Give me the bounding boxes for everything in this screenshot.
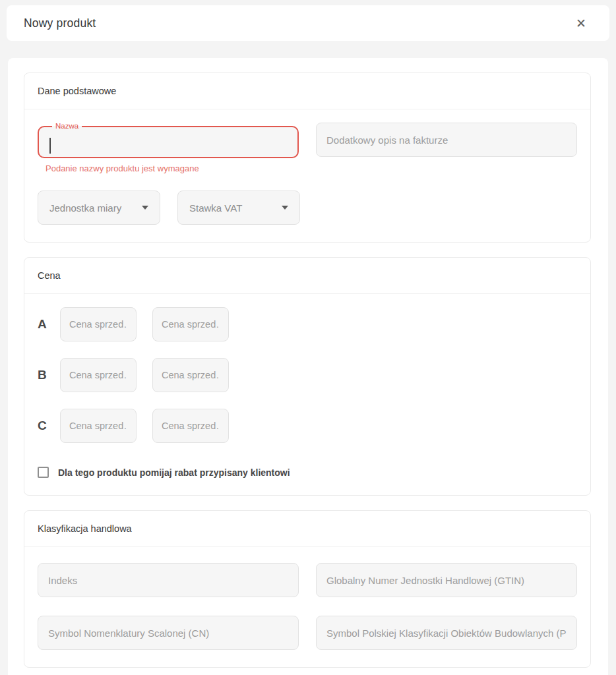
section-basic-body: Nazwa Podanie nazwy produktu jest wymaga… (24, 109, 590, 242)
index-input[interactable] (38, 563, 299, 597)
price-row-b: B (38, 358, 577, 392)
name-field-group: Nazwa Podanie nazwy produktu jest wymaga… (38, 123, 299, 173)
price-b-2-input[interactable] (152, 358, 229, 392)
cn-input[interactable] (38, 616, 299, 650)
skip-discount-label: Dla tego produktu pomijaj rabat przypisa… (58, 467, 290, 478)
price-a-2-input[interactable] (152, 307, 229, 341)
checkbox-unchecked-icon[interactable] (38, 467, 49, 478)
section-price-title: Cena (38, 270, 577, 281)
chevron-down-icon (142, 206, 148, 210)
skip-discount-checkbox-row[interactable]: Dla tego produktu pomijaj rabat przypisa… (38, 467, 577, 478)
dialog-title: Nowy produkt (24, 16, 96, 30)
invoice-description-input[interactable] (316, 123, 577, 157)
dialog-body: Dane podstawowe Nazwa Podanie nazwy prod… (8, 58, 608, 675)
chevron-down-icon (282, 206, 288, 210)
section-classification: Klasyfikacja handlowa (24, 510, 591, 668)
price-row-a: A (38, 307, 577, 341)
selects-row: Jednostka miary Stawka VAT (38, 191, 577, 225)
gtin-input[interactable] (316, 563, 577, 597)
section-basic-header: Dane podstawowe (24, 73, 590, 109)
vat-select[interactable]: Stawka VAT (177, 191, 300, 225)
section-basic-data: Dane podstawowe Nazwa Podanie nazwy prod… (24, 73, 591, 243)
price-group-letter: A (38, 317, 60, 332)
section-basic-title: Dane podstawowe (38, 86, 577, 96)
name-input[interactable]: Nazwa (38, 123, 299, 158)
section-price: Cena A B C Dla tego produktu pomijaj rab… (24, 257, 591, 496)
price-c-1-input[interactable] (60, 409, 137, 443)
close-button[interactable]: ✕ (572, 15, 590, 32)
price-group-letter: C (38, 419, 60, 433)
name-error-message: Podanie nazwy produktu jest wymagane (46, 163, 299, 173)
unit-select-label: Jednostka miary (49, 202, 121, 214)
section-classification-title: Klasyfikacja handlowa (38, 523, 577, 534)
unit-select[interactable]: Jednostka miary (38, 191, 160, 225)
section-price-body: A B C Dla tego produktu pomijaj rabat pr… (24, 294, 590, 495)
dialog-header: Nowy produkt ✕ (7, 5, 609, 41)
vat-select-label: Stawka VAT (189, 202, 242, 214)
price-a-1-input[interactable] (60, 307, 137, 341)
pkob-input[interactable] (316, 616, 577, 650)
price-c-2-input[interactable] (152, 409, 229, 443)
price-b-1-input[interactable] (60, 358, 137, 392)
price-group-letter: B (38, 368, 60, 382)
section-classification-header: Klasyfikacja handlowa (24, 511, 590, 547)
section-price-header: Cena (24, 258, 590, 294)
close-icon: ✕ (576, 17, 586, 30)
price-row-c: C (38, 409, 577, 443)
name-input-label: Nazwa (52, 123, 82, 131)
text-cursor (49, 138, 51, 154)
section-classification-body (24, 547, 590, 667)
